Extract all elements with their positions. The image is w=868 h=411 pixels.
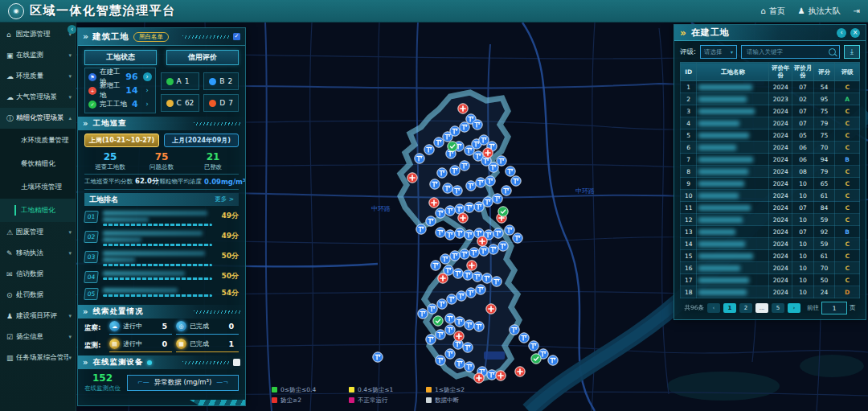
site-marker[interactable] — [373, 352, 383, 362]
grade-box[interactable]: C 62 — [161, 94, 200, 112]
rating-select[interactable]: 请选择 ▾ — [700, 45, 737, 59]
site-marker[interactable] — [519, 333, 529, 343]
sidebar-subitem[interactable]: 水环境质量管理 — [0, 129, 76, 152]
site-marker[interactable] — [445, 325, 455, 335]
table-row[interactable]: 3 2024 07 75 C — [681, 105, 860, 117]
table-row[interactable]: 13 2024 07 92 B — [681, 226, 860, 238]
site-marker[interactable] — [437, 299, 447, 309]
site-marker[interactable] — [548, 356, 558, 365]
site-marker[interactable] — [426, 335, 436, 344]
table-row[interactable]: 6 2024 06 70 C — [681, 142, 860, 154]
site-marker[interactable] — [497, 156, 506, 166]
alert-marker[interactable] — [458, 104, 468, 113]
site-marker[interactable] — [502, 186, 511, 195]
site-marker[interactable] — [465, 320, 474, 330]
goto-page-input[interactable] — [821, 302, 847, 314]
site-marker[interactable] — [493, 194, 502, 203]
table-row[interactable]: 8 2024 08 79 C — [681, 166, 860, 178]
table-row[interactable]: 12 2024 10 59 C — [681, 214, 860, 226]
collapse-panel-button[interactable]: ‹ — [837, 28, 846, 38]
grade-box[interactable]: A 1 — [161, 72, 200, 90]
site-marker[interactable] — [450, 251, 460, 261]
site-marker[interactable] — [529, 341, 538, 351]
site-marker[interactable] — [489, 162, 498, 172]
table-row[interactable]: 4 2024 07 79 C — [681, 117, 860, 129]
alert-marker[interactable] — [483, 148, 493, 158]
site-marker[interactable] — [436, 208, 445, 218]
sidebar-item[interactable]: ✉ 信访数据 — [0, 264, 76, 285]
alert-marker[interactable] — [477, 236, 487, 246]
site-marker[interactable] — [465, 230, 474, 240]
site-marker[interactable] — [455, 228, 465, 238]
sidebar-subitem[interactable]: 餐饮精细化 — [0, 152, 76, 175]
sidebar-item[interactable]: ✎ 移动执法 ▾ — [0, 243, 76, 264]
last-week-button[interactable]: 上周(10-21~10-27) — [84, 134, 159, 147]
table-row[interactable]: 16 2024 10 70 C — [681, 262, 860, 274]
site-marker[interactable] — [416, 224, 426, 234]
site-marker[interactable] — [466, 288, 476, 298]
ranking-item[interactable]: 04 50分 — [84, 268, 239, 285]
table-row[interactable]: 2 2023 02 95 A — [681, 93, 860, 105]
site-marker[interactable] — [430, 179, 440, 189]
site-marker[interactable] — [450, 166, 460, 175]
site-marker[interactable] — [473, 120, 482, 129]
site-marker[interactable] — [434, 138, 444, 147]
site-marker[interactable] — [474, 322, 484, 331]
sidebar-item[interactable]: ⌂ 固定源管理 ▾ — [0, 24, 76, 45]
site-marker[interactable] — [460, 249, 469, 259]
page-button[interactable]: ... — [755, 303, 768, 313]
site-marker[interactable] — [426, 216, 436, 226]
site-marker[interactable] — [431, 261, 440, 270]
site-marker[interactable] — [476, 178, 485, 187]
site-marker[interactable] — [450, 126, 460, 136]
site-marker[interactable] — [483, 197, 493, 207]
site-marker[interactable] — [452, 186, 462, 195]
table-row[interactable]: 11 2024 07 84 C — [681, 202, 860, 214]
done-marker[interactable] — [433, 316, 443, 326]
sidebar-item[interactable]: ⊙ 处罚数据 — [0, 285, 76, 306]
page-button[interactable]: ‹ — [707, 303, 720, 313]
table-row[interactable]: 15 2024 10 61 C — [681, 250, 860, 262]
site-marker[interactable] — [465, 203, 474, 212]
site-status-row[interactable]: ✓ 完工工地 4 › — [88, 98, 152, 110]
alert-marker[interactable] — [407, 173, 417, 183]
site-marker[interactable] — [436, 356, 445, 365]
site-marker[interactable] — [479, 246, 489, 256]
site-marker[interactable] — [437, 168, 447, 178]
site-marker[interactable] — [479, 135, 489, 145]
site-marker[interactable] — [465, 362, 474, 372]
done-marker[interactable] — [498, 207, 508, 216]
done-marker[interactable] — [448, 142, 457, 151]
table-row[interactable]: 1 2024 07 54 C — [681, 81, 860, 93]
site-marker[interactable] — [440, 254, 450, 264]
site-marker[interactable] — [445, 349, 455, 359]
tab-site-status[interactable]: 工地状态 — [84, 50, 157, 65]
ranking-item[interactable]: 05 54分 — [84, 285, 239, 302]
site-marker[interactable] — [463, 270, 473, 280]
alert-marker[interactable] — [474, 373, 484, 383]
sidebar-item[interactable]: ▣ 在线监测 ▾ — [0, 45, 76, 66]
site-marker[interactable] — [506, 166, 515, 176]
grade-box[interactable]: B 2 — [203, 72, 239, 90]
site-marker[interactable] — [487, 370, 497, 380]
alert-marker[interactable] — [454, 331, 464, 341]
alert-marker[interactable] — [458, 213, 468, 223]
site-marker[interactable] — [415, 154, 424, 163]
sidebar-item[interactable]: ⚠ 固废管理 ▾ — [0, 222, 76, 243]
ranking-item[interactable]: 01 49分 — [84, 208, 239, 228]
alert-marker[interactable] — [438, 273, 448, 283]
site-marker[interactable] — [511, 176, 521, 186]
tab-credit-rating[interactable]: 信用评价 — [166, 50, 239, 65]
page-button[interactable]: 2 — [739, 303, 752, 313]
sidebar-subitem[interactable]: 工地精细化 — [0, 199, 76, 222]
logout-button[interactable]: ⇥ — [854, 6, 860, 15]
table-row[interactable]: 7 2024 06 94 B — [681, 154, 860, 166]
blackwhite-list-badge[interactable]: 黑白名单 — [133, 32, 169, 42]
site-marker[interactable] — [474, 202, 484, 212]
chevron-right-icon[interactable]: › — [143, 72, 152, 81]
table-row[interactable]: 14 2024 10 59 C — [681, 238, 860, 250]
chevron-right-icon[interactable]: › — [143, 101, 152, 108]
nav-home[interactable]: ⌂ 首页 — [760, 6, 784, 17]
site-marker[interactable] — [485, 176, 495, 186]
site-marker[interactable] — [455, 359, 465, 368]
